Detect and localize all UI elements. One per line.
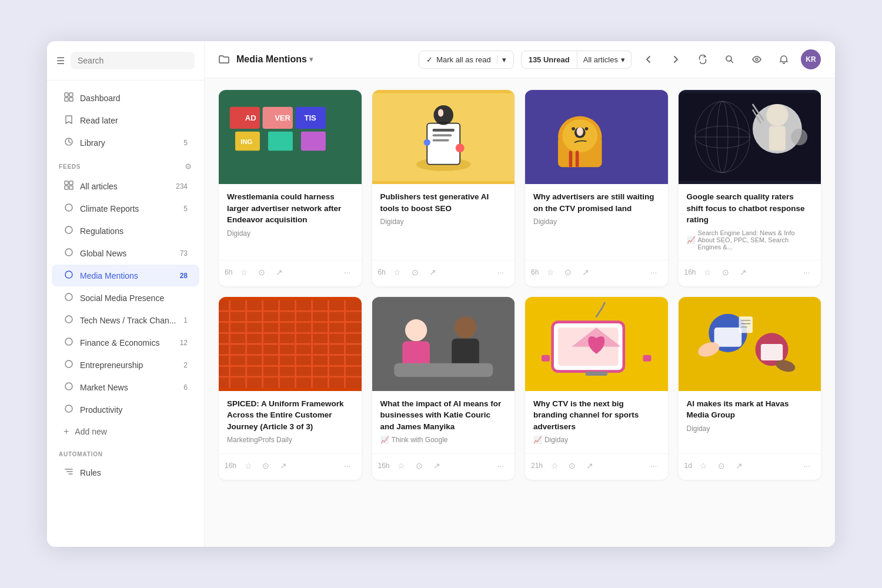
mark-read-icon-button[interactable]: ⊙: [717, 264, 734, 280]
filter-dropdown-button[interactable]: All articles ▾: [577, 51, 632, 69]
share-button[interactable]: ↗: [582, 457, 598, 474]
sidebar-item-regulations[interactable]: Regulations: [52, 220, 199, 242]
table-row[interactable]: AI makes its mark at Havas Media Group D…: [679, 297, 821, 480]
grid-icon: [64, 181, 74, 192]
share-button[interactable]: ↗: [425, 264, 441, 280]
sidebar-item-tech-news[interactable]: Tech News / Track Chan... 1: [52, 309, 199, 331]
svg-point-64: [791, 129, 807, 145]
article-source: Digiday: [227, 229, 353, 238]
mark-all-read-button[interactable]: ✓ Mark all as read ▾: [419, 51, 513, 69]
svg-rect-5: [65, 181, 68, 185]
circle-icon: [64, 292, 74, 303]
more-options-button[interactable]: ···: [799, 457, 815, 474]
view-button[interactable]: [747, 49, 767, 69]
svg-rect-95: [643, 355, 652, 361]
star-button[interactable]: ☆: [700, 264, 716, 280]
more-options-button[interactable]: ···: [492, 264, 509, 280]
sidebar-item-social-media[interactable]: Social Media Presence: [52, 287, 199, 309]
more-options-button[interactable]: ···: [646, 264, 662, 280]
sidebar-item-read-later[interactable]: Read later: [52, 109, 199, 131]
search-input[interactable]: [71, 52, 195, 69]
sidebar-item-rules[interactable]: Rules: [52, 462, 199, 483]
share-button[interactable]: ↗: [577, 264, 594, 280]
prev-button[interactable]: [639, 49, 659, 69]
star-button[interactable]: ☆: [393, 457, 410, 474]
article-time: 16h: [684, 268, 696, 276]
sidebar-item-all-articles[interactable]: All articles 234: [52, 175, 199, 197]
feed-title[interactable]: Media Mentions ▾: [236, 54, 313, 65]
table-row[interactable]: AD VER TIS ING Wrestlemania could harnes…: [219, 90, 362, 286]
gear-icon[interactable]: ⚙: [185, 162, 192, 171]
circle-icon: [64, 248, 74, 259]
circle-icon: [64, 225, 74, 236]
mark-read-icon-button[interactable]: ⊙: [258, 457, 274, 474]
svg-text:TIS: TIS: [305, 113, 317, 122]
star-button[interactable]: ☆: [389, 264, 406, 280]
more-options-button[interactable]: ···: [339, 264, 356, 280]
notifications-button[interactable]: [774, 49, 794, 69]
star-button[interactable]: ☆: [240, 457, 256, 474]
table-row[interactable]: What the impact of AI means for business…: [372, 297, 515, 480]
mark-read-icon-button[interactable]: ⊙: [411, 457, 427, 474]
sidebar-item-library[interactable]: Library 5: [52, 132, 199, 153]
sidebar-item-label: Regulations: [80, 226, 123, 236]
sidebar-item-productivity[interactable]: Productivity: [52, 399, 199, 420]
more-options-button[interactable]: ···: [646, 457, 662, 474]
sidebar-item-entrepreneurship[interactable]: Entrepreneurship 2: [52, 354, 199, 376]
hamburger-icon[interactable]: ☰: [56, 55, 65, 66]
article-title: Wrestlemania could harness larger advert…: [227, 191, 353, 226]
sidebar-item-media-mentions[interactable]: Media Mentions 28: [52, 265, 199, 286]
article-footer: 21h ☆ ⊙ ↗ ···: [525, 453, 668, 480]
mark-read-icon-button[interactable]: ⊙: [407, 264, 423, 280]
table-row[interactable]: SPICED: A Uniform Framework Across the E…: [219, 297, 362, 480]
mark-read-icon-button[interactable]: ⊙: [560, 264, 576, 280]
mark-read-icon-button[interactable]: ⊙: [713, 457, 730, 474]
table-row[interactable]: Why CTV is the next big branding channel…: [525, 297, 668, 480]
sidebar-item-global-news[interactable]: Global News 73: [52, 242, 199, 264]
mark-read-dropdown-icon[interactable]: ▾: [497, 55, 506, 64]
share-button[interactable]: ↗: [731, 457, 747, 474]
star-button[interactable]: ☆: [546, 457, 563, 474]
share-button[interactable]: ↗: [271, 264, 288, 280]
sidebar-item-climate-reports[interactable]: Climate Reports 5: [52, 198, 199, 219]
table-row[interactable]: Google search quality raters shift focus…: [679, 90, 821, 286]
market-news-badge: 6: [183, 383, 188, 392]
avatar[interactable]: KR: [801, 49, 821, 69]
more-options-button[interactable]: ···: [799, 264, 815, 280]
climate-badge: 5: [183, 205, 188, 213]
sidebar-item-dashboard[interactable]: Dashboard: [52, 87, 199, 109]
star-button[interactable]: ☆: [236, 264, 252, 280]
mark-read-icon-button[interactable]: ⊙: [564, 457, 580, 474]
star-button[interactable]: ☆: [696, 457, 712, 474]
add-new-button[interactable]: + Add new: [52, 421, 199, 442]
more-options-button[interactable]: ···: [339, 457, 356, 474]
svg-point-16: [65, 360, 72, 368]
dashboard-icon: [64, 92, 74, 103]
table-row[interactable]: Publishers test generative AI tools to b…: [372, 90, 515, 286]
next-button[interactable]: [666, 49, 686, 69]
svg-text:ING: ING: [240, 138, 252, 145]
sidebar-item-market-news[interactable]: Market News 6: [52, 376, 199, 398]
table-row[interactable]: Why advertisers are still waiting on the…: [525, 90, 668, 286]
sidebar-item-finance[interactable]: Finance & Economics 12: [52, 332, 199, 353]
sidebar-item-label: Climate Reports: [80, 204, 139, 213]
share-button[interactable]: ↗: [429, 457, 445, 474]
article-time: 16h: [378, 462, 390, 470]
tech-news-badge: 1: [183, 316, 188, 325]
refresh-button[interactable]: [693, 49, 713, 69]
svg-point-52: [585, 127, 589, 131]
svg-text:AD: AD: [245, 113, 256, 122]
sidebar-nav: Dashboard Read later Library 5 FEEDS ⚙: [47, 81, 204, 490]
share-button[interactable]: ↗: [735, 264, 751, 280]
more-options-button[interactable]: ···: [492, 457, 509, 474]
mark-read-icon-button[interactable]: ⊙: [253, 264, 270, 280]
article-footer: 6h ☆ ⊙ ↗ ···: [219, 260, 362, 286]
share-button[interactable]: ↗: [275, 457, 292, 474]
sidebar-item-label: Dashboard: [80, 93, 121, 103]
circle-icon: [64, 337, 74, 348]
star-button[interactable]: ☆: [542, 264, 559, 280]
svg-rect-101: [760, 344, 782, 360]
article-source: 📈 Digiday: [533, 436, 660, 444]
svg-rect-48: [576, 151, 579, 167]
search-button[interactable]: [720, 49, 740, 69]
